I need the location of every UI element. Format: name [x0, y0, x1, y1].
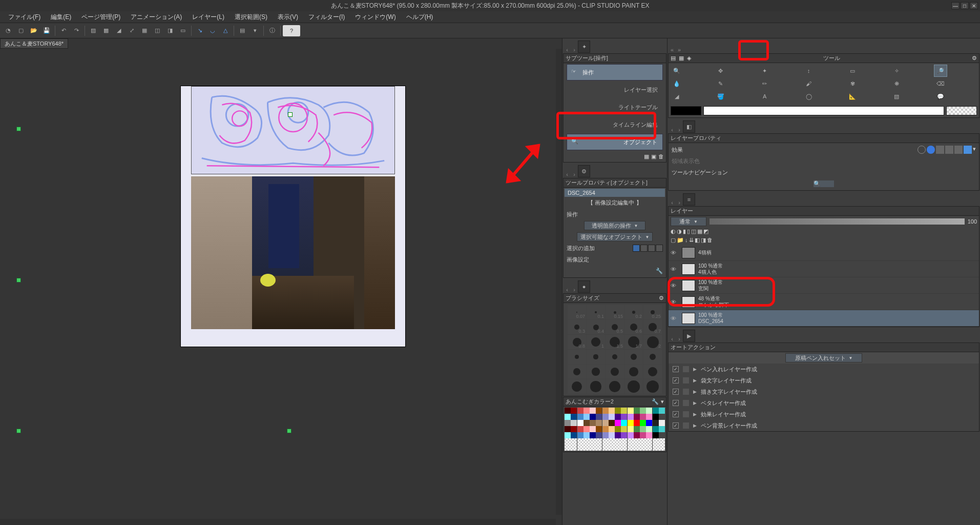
layer-action-icon[interactable]: ◫	[691, 228, 696, 235]
toolprop-tab-icon[interactable]: ⚙	[578, 165, 590, 177]
help-icon[interactable]: ?	[283, 25, 300, 36]
brush-tool-icon[interactable]: 🖌	[802, 77, 816, 90]
delete-icon[interactable]: ▨	[87, 25, 99, 36]
select-mode-new[interactable]	[633, 245, 640, 252]
brush-size-cell[interactable]	[643, 350, 662, 364]
select-mode-add[interactable]	[640, 245, 648, 252]
autoaction-item[interactable]: ✓ ▶ 描き文字レイヤー作成	[669, 386, 979, 397]
color-swatch[interactable]	[602, 438, 609, 445]
layer-transfer-icon[interactable]: ↓	[685, 237, 688, 244]
palette-icon[interactable]: ▤	[671, 55, 676, 62]
color-swatch[interactable]	[659, 414, 665, 420]
deco-tool-icon[interactable]: ❋	[890, 77, 903, 90]
move-tool-icon[interactable]: ✥	[714, 65, 727, 77]
color-swatch[interactable]	[640, 438, 646, 445]
move-layer-tool-icon[interactable]: ↕	[802, 65, 816, 77]
select-tool-icon[interactable]: ▭	[846, 65, 859, 77]
info-icon[interactable]: ⓘ	[266, 25, 278, 36]
color-swatch[interactable]	[634, 438, 640, 445]
maximize-button[interactable]: □	[961, 2, 969, 9]
color-swatches[interactable]	[565, 408, 665, 451]
visibility-icon[interactable]: 👁	[671, 315, 679, 321]
color-swatch[interactable]	[621, 432, 627, 438]
brushsize-tab-icon[interactable]: ●	[578, 280, 590, 293]
visibility-icon[interactable]: 👁	[671, 250, 679, 256]
menu-animation[interactable]: アニメーション(A)	[126, 11, 187, 24]
close-button[interactable]: ✕	[970, 2, 978, 9]
pencil-tool-icon[interactable]: ✏	[758, 77, 772, 90]
checkbox-icon[interactable]: ✓	[673, 400, 679, 406]
color-swatch[interactable]	[640, 432, 646, 438]
menu-window[interactable]: ウィンドウ(W)	[350, 11, 401, 24]
brush-size-cell[interactable]: 0.2	[624, 305, 643, 319]
color-swatch[interactable]	[590, 420, 596, 426]
effect-border-icon[interactable]	[918, 146, 926, 154]
visibility-icon[interactable]: 👁	[671, 299, 679, 305]
play-icon[interactable]: ▶	[693, 367, 697, 372]
brush-size-cell[interactable]	[606, 379, 624, 394]
color-swatch[interactable]	[609, 432, 615, 438]
color-swatch[interactable]	[577, 432, 583, 438]
brush-size-cell[interactable]	[568, 350, 586, 364]
color-swatch[interactable]	[653, 420, 659, 426]
color-swatch[interactable]	[640, 420, 646, 426]
color-swatch[interactable]	[571, 426, 577, 432]
brush-size-cell[interactable]: 0.4	[587, 320, 605, 334]
layer-action-icon[interactable]: ◩	[703, 228, 708, 235]
chevron-right-icon[interactable]: ›	[571, 47, 578, 53]
color-swatch[interactable]	[596, 426, 602, 432]
save-icon[interactable]: 💾	[40, 25, 53, 36]
color-swatch[interactable]	[646, 432, 652, 438]
select-mode-sub[interactable]	[648, 245, 655, 252]
color-swatch[interactable]	[583, 414, 590, 420]
color-swatch[interactable]	[615, 432, 621, 438]
color-swatch[interactable]	[565, 438, 571, 445]
record-icon[interactable]	[683, 366, 689, 372]
record-icon[interactable]	[683, 389, 689, 395]
color-swatch[interactable]	[659, 426, 665, 432]
layer-row[interactable]: 👁 48 %通常ロケから脚下	[669, 294, 979, 310]
frame-tool-icon[interactable]: ▧	[890, 90, 903, 103]
layer-action-icon[interactable]: ▯	[687, 228, 690, 235]
transparent-color[interactable]	[946, 106, 977, 115]
record-icon[interactable]	[683, 377, 689, 383]
color-swatch[interactable]	[602, 420, 609, 426]
transform-handle[interactable]	[16, 278, 21, 282]
checkbox-icon[interactable]: ✓	[673, 377, 679, 383]
color-swatch[interactable]	[590, 432, 596, 438]
canvas-scrollbar-horizontal[interactable]	[0, 519, 556, 525]
color-swatch[interactable]	[659, 438, 665, 445]
color-swatch[interactable]	[640, 445, 646, 451]
new-icon[interactable]: ▢	[15, 25, 27, 36]
palette-icon[interactable]: ▦	[679, 55, 684, 62]
delete-layer-icon[interactable]: 🗑	[707, 237, 713, 244]
color-swatch[interactable]	[565, 420, 571, 426]
menu-page[interactable]: ページ管理(P)	[76, 11, 126, 24]
scale-icon[interactable]: ⤢	[126, 25, 138, 36]
brush-size-cell[interactable]: 2	[643, 335, 662, 349]
color-swatch[interactable]	[590, 438, 596, 445]
brush-size-cell[interactable]	[624, 365, 643, 379]
brush-size-cell[interactable]: 0.8	[568, 335, 586, 349]
canvas-page[interactable]	[180, 86, 406, 347]
color-swatch[interactable]	[577, 426, 583, 432]
play-icon[interactable]: ▶	[693, 412, 697, 417]
brush-size-cell[interactable]: 1	[587, 335, 605, 349]
color-swatch[interactable]	[590, 414, 596, 420]
color-menu-icon[interactable]: ▾	[661, 398, 664, 405]
color-swatch[interactable]	[583, 408, 590, 414]
menu-help[interactable]: ヘルプ(H)	[401, 11, 439, 24]
color-swatch[interactable]	[596, 432, 602, 438]
play-icon[interactable]: ▶	[693, 423, 697, 428]
minimize-button[interactable]: —	[951, 2, 960, 9]
autoaction-item[interactable]: ✓ ▶ ペン背景レイヤー作成	[669, 420, 979, 431]
brush-size-cell[interactable]	[587, 350, 605, 364]
checkbox-icon[interactable]: ✓	[673, 366, 679, 372]
open-icon[interactable]: 📂	[28, 25, 40, 36]
color-swatch[interactable]	[565, 432, 571, 438]
dropdown-icon[interactable]: ▾	[249, 25, 261, 36]
layer-row[interactable]: 👁 4猫柄	[669, 245, 979, 261]
select-mode-int[interactable]	[656, 245, 663, 252]
color-swatch[interactable]	[565, 426, 571, 432]
transform-handle[interactable]	[287, 429, 291, 433]
